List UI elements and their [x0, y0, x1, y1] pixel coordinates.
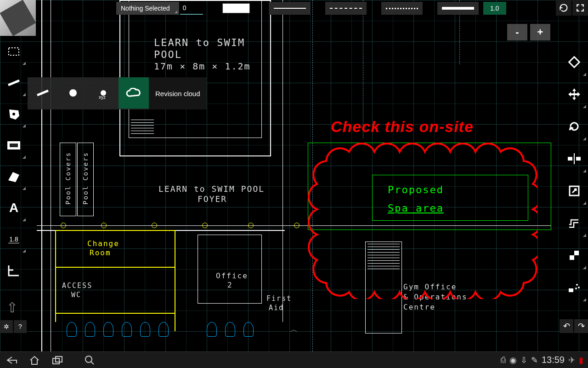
svg-rect-12 [569, 288, 573, 292]
clock: 13:59 [542, 355, 565, 365]
select-tool[interactable] [0, 36, 28, 67]
svg-rect-4 [10, 144, 18, 147]
dashed-2 [363, 0, 363, 138]
trim-tool[interactable] [560, 239, 588, 271]
text-tool[interactable]: A [0, 192, 28, 224]
mirror-tool[interactable] [560, 143, 588, 175]
top-toolbar: Nothing Selected 0 1.0 [36, 0, 556, 17]
left-toolbar: A 1.8 [0, 36, 28, 335]
scale-tool[interactable] [560, 175, 588, 207]
battery-icon: ▮ [579, 355, 583, 365]
svg-point-18 [85, 356, 92, 362]
scroll-up-icon[interactable]: ⇧ [6, 299, 18, 316]
svg-point-13 [576, 284, 578, 286]
column [248, 223, 254, 228]
home-button[interactable] [28, 353, 41, 367]
hatch-tool[interactable] [0, 161, 28, 192]
svg-rect-9 [576, 157, 581, 161]
svg-point-2 [12, 113, 15, 115]
line-sub[interactable] [28, 77, 58, 109]
recent-button[interactable] [51, 353, 64, 367]
covers-2: Pool Covers [82, 152, 89, 205]
toilets-1 [67, 322, 169, 337]
airplane-icon: ✈ [568, 355, 575, 365]
linestyle-solid[interactable] [269, 2, 311, 15]
office-l1: Office [216, 271, 248, 280]
pool-dim: 17m × 8m × 1.2m [154, 61, 251, 72]
line-flyout: xyz Revision cloud [28, 77, 207, 109]
selection-dropdown[interactable]: Nothing Selected [116, 2, 179, 15]
office-box [198, 235, 262, 304]
bottom-left-buttons: ✲ ? [0, 320, 27, 333]
change-l1: Change [87, 239, 119, 248]
redo-button[interactable]: ↷ [574, 319, 588, 333]
svg-line-19 [91, 362, 94, 364]
access-l2: WC [71, 291, 81, 299]
erase-tool[interactable] [560, 46, 588, 78]
right-toolbar [560, 46, 588, 304]
foyer-l1: LEARN to SWIM POOL [158, 184, 265, 194]
column [61, 223, 66, 228]
access-l1: ACCESS [62, 282, 92, 290]
svg-point-14 [578, 287, 580, 288]
search-button[interactable] [83, 353, 96, 367]
linestyle-dash[interactable] [325, 2, 367, 15]
xyz-point-sub[interactable]: xyz [88, 77, 119, 109]
pool-stairs [131, 120, 154, 136]
download-icon: ⇩ [520, 355, 527, 365]
explode-tool[interactable] [560, 271, 588, 304]
first-l2: Aid [269, 304, 284, 312]
svg-rect-8 [568, 157, 572, 161]
column [101, 223, 107, 228]
flyout-label: Revision cloud [149, 77, 207, 109]
vline-left [41, 0, 42, 351]
cr-top [55, 230, 175, 231]
cr-bot [55, 313, 175, 314]
back-button[interactable] [5, 353, 18, 367]
svg-line-6 [37, 91, 48, 95]
covers-1: Pool Covers [64, 152, 72, 205]
undo-button[interactable]: ↶ [560, 319, 573, 333]
annotation-text: Check this on-site [331, 118, 474, 136]
linestyle-thick[interactable] [437, 2, 479, 15]
cloud-sub[interactable] [119, 77, 149, 109]
app-icon[interactable] [0, 0, 36, 36]
pool-sub: POOL [154, 49, 182, 60]
color-swatch[interactable] [222, 3, 250, 13]
column [152, 223, 157, 228]
pool-title: LEARN to SWIM [154, 37, 245, 48]
svg-rect-7 [569, 57, 580, 68]
cr-right [175, 230, 175, 331]
vline-mid [283, 0, 283, 322]
help-button[interactable]: ? [14, 320, 27, 333]
polygon-tool[interactable] [0, 98, 28, 130]
cr-left [55, 230, 56, 322]
zoom-in-button[interactable]: + [530, 24, 550, 40]
panel-handle[interactable]: ︿ [290, 324, 298, 335]
settings-button[interactable]: ✲ [0, 320, 13, 333]
numeric-input[interactable]: 0 [180, 2, 203, 15]
column [294, 223, 300, 228]
edit-icon: ✎ [531, 355, 538, 365]
android-status-bar: ⎙ ◉ ⇩ ✎ 13:59 ✈ ▮ [0, 351, 588, 368]
construction-line-tool[interactable] [0, 255, 28, 286]
offset-tool[interactable] [560, 207, 588, 239]
sync-icon: ◉ [509, 355, 517, 365]
line-tool[interactable] [0, 67, 28, 98]
move-tool[interactable] [560, 78, 588, 110]
zoom-out-button[interactable]: - [507, 24, 527, 40]
dimension-tool[interactable]: 1.8 [0, 224, 28, 255]
office-l2: 2 [227, 281, 233, 289]
linestyle-dot[interactable] [381, 2, 423, 15]
svg-line-1 [8, 80, 19, 85]
vline-left2 [51, 0, 51, 351]
point-sub[interactable] [58, 77, 88, 109]
zoom-value[interactable]: 1.0 [483, 2, 506, 15]
rotate-tool[interactable] [560, 110, 588, 143]
rectangle-tool[interactable] [0, 130, 28, 161]
gym-l3: Centre [403, 303, 435, 311]
column [202, 223, 208, 228]
svg-point-15 [575, 288, 577, 289]
toilets-2 [207, 322, 254, 337]
revision-cloud [308, 133, 537, 299]
